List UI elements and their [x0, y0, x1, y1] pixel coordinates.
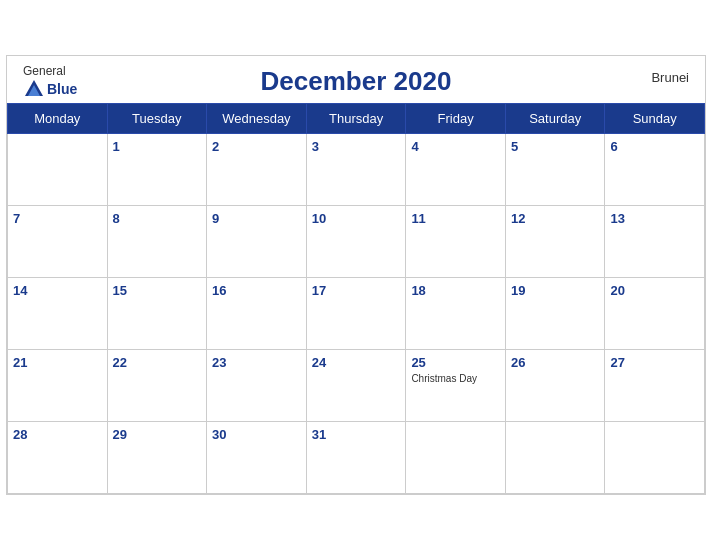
calendar-cell: 9 [207, 206, 307, 278]
day-number: 15 [113, 283, 127, 298]
weekday-header-monday: Monday [8, 104, 108, 134]
calendar-cell: 22 [107, 350, 207, 422]
day-number: 4 [411, 139, 418, 154]
calendar-cell: 11 [406, 206, 506, 278]
day-number: 30 [212, 427, 226, 442]
weekday-header-tuesday: Tuesday [107, 104, 207, 134]
day-number: 20 [610, 283, 624, 298]
week-row-4: 28293031 [8, 422, 705, 494]
calendar-cell: 28 [8, 422, 108, 494]
calendar-cell: 18 [406, 278, 506, 350]
day-number: 2 [212, 139, 219, 154]
day-number: 3 [312, 139, 319, 154]
calendar-cell: 16 [207, 278, 307, 350]
day-number: 18 [411, 283, 425, 298]
calendar-cell: 6 [605, 134, 705, 206]
calendar-cell: 10 [306, 206, 406, 278]
week-row-2: 14151617181920 [8, 278, 705, 350]
day-number: 7 [13, 211, 20, 226]
logo: General Blue [23, 64, 77, 100]
calendar-cell: 23 [207, 350, 307, 422]
calendar-cell [505, 422, 605, 494]
calendar-cell: 21 [8, 350, 108, 422]
calendar-cell [406, 422, 506, 494]
week-row-0: 123456 [8, 134, 705, 206]
day-number: 17 [312, 283, 326, 298]
holiday-label: Christmas Day [411, 373, 500, 384]
calendar-cell: 2 [207, 134, 307, 206]
calendar-cell: 26 [505, 350, 605, 422]
calendar-cell: 25Christmas Day [406, 350, 506, 422]
calendar-cell: 30 [207, 422, 307, 494]
calendar-cell: 3 [306, 134, 406, 206]
day-number: 16 [212, 283, 226, 298]
country-label: Brunei [651, 70, 689, 85]
logo-icon [23, 78, 45, 100]
calendar-cell: 13 [605, 206, 705, 278]
day-number: 24 [312, 355, 326, 370]
calendar-cell: 17 [306, 278, 406, 350]
weekday-header-row: MondayTuesdayWednesdayThursdayFridaySatu… [8, 104, 705, 134]
day-number: 21 [13, 355, 27, 370]
calendar-cell [605, 422, 705, 494]
day-number: 8 [113, 211, 120, 226]
day-number: 10 [312, 211, 326, 226]
day-number: 31 [312, 427, 326, 442]
calendar-cell: 5 [505, 134, 605, 206]
calendar-cell: 24 [306, 350, 406, 422]
day-number: 1 [113, 139, 120, 154]
day-number: 12 [511, 211, 525, 226]
day-number: 11 [411, 211, 425, 226]
calendar-cell: 27 [605, 350, 705, 422]
calendar-cell: 12 [505, 206, 605, 278]
calendar-cell: 7 [8, 206, 108, 278]
weekday-header-sunday: Sunday [605, 104, 705, 134]
day-number: 19 [511, 283, 525, 298]
calendar-cell: 14 [8, 278, 108, 350]
week-row-1: 78910111213 [8, 206, 705, 278]
calendar-table: MondayTuesdayWednesdayThursdayFridaySatu… [7, 103, 705, 494]
calendar-title: December 2020 [261, 66, 452, 97]
calendar-cell: 8 [107, 206, 207, 278]
calendar-cell: 31 [306, 422, 406, 494]
calendar-cell: 4 [406, 134, 506, 206]
day-number: 29 [113, 427, 127, 442]
calendar-cell: 19 [505, 278, 605, 350]
day-number: 14 [13, 283, 27, 298]
calendar-cell: 1 [107, 134, 207, 206]
logo-general-text: General [23, 64, 66, 78]
calendar-cell: 15 [107, 278, 207, 350]
day-number: 9 [212, 211, 219, 226]
weekday-header-saturday: Saturday [505, 104, 605, 134]
day-number: 25 [411, 355, 425, 370]
weekday-header-wednesday: Wednesday [207, 104, 307, 134]
day-number: 22 [113, 355, 127, 370]
day-number: 28 [13, 427, 27, 442]
day-number: 26 [511, 355, 525, 370]
day-number: 23 [212, 355, 226, 370]
weekday-header-friday: Friday [406, 104, 506, 134]
calendar-container: General Blue December 2020 Brunei Monday… [6, 55, 706, 495]
calendar-cell [8, 134, 108, 206]
week-row-3: 2122232425Christmas Day2627 [8, 350, 705, 422]
logo-blue-text: Blue [23, 78, 77, 100]
day-number: 13 [610, 211, 624, 226]
weekday-header-thursday: Thursday [306, 104, 406, 134]
day-number: 27 [610, 355, 624, 370]
calendar-cell: 29 [107, 422, 207, 494]
calendar-header: General Blue December 2020 Brunei [7, 56, 705, 103]
day-number: 6 [610, 139, 617, 154]
calendar-cell: 20 [605, 278, 705, 350]
day-number: 5 [511, 139, 518, 154]
